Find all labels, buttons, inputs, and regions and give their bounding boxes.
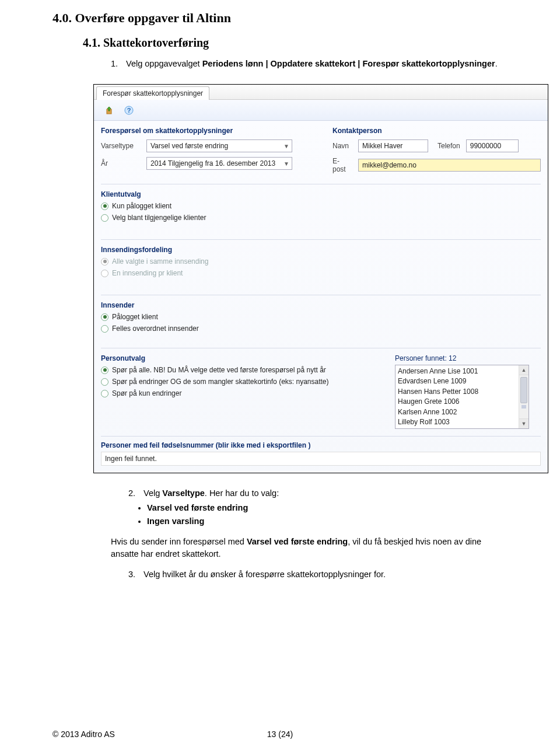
list-item[interactable]: Haugen Grete 1006	[398, 397, 526, 407]
radio-en-innsending: En innsending pr klient	[101, 269, 541, 277]
scroll-thumb[interactable]	[520, 377, 527, 403]
footer-copyright: © 2013 Aditro AS	[52, 729, 158, 739]
label-aar: År	[101, 159, 146, 167]
persons-found: Personer funnet: 12 Andersen Anne Lise 1…	[395, 354, 541, 429]
para-bold: Varsel ved første endring	[247, 537, 348, 546]
step-2-number: 2.	[128, 487, 141, 500]
step-1: 1. Velg oppgavevalget Periodens lønn | O…	[111, 58, 508, 70]
step-1-bold: Periodens lønn | Oppdatere skattekort | …	[202, 59, 495, 68]
heading-2: 4.1. Skattekortoverføring	[83, 36, 508, 50]
heading-1: 4.0. Overføre oppgaver til Altinn	[52, 11, 508, 26]
radio-label: Kun pålogget klient	[112, 202, 172, 210]
radio-label: Spør på alle. NB! Du MÅ velge dette ved …	[112, 366, 326, 374]
scroll-mark	[522, 405, 526, 409]
radio-spor-kun-endringer[interactable]: Spør på kun endringer	[101, 389, 377, 397]
label-navn: Navn	[332, 142, 358, 150]
radio-spor-endringer-og[interactable]: Spør på endringer OG de som mangler skat…	[101, 378, 377, 386]
para-pre: Hvis du sender inn forespørsel med	[111, 537, 247, 546]
radio-spor-alle[interactable]: Spør på alle. NB! Du MÅ velge dette ved …	[101, 366, 377, 374]
bullet-ingen-varsling: Ingen varsling	[147, 515, 508, 528]
radio-palogget-klient[interactable]: Pålogget klient	[101, 313, 541, 321]
radio-icon	[101, 366, 108, 374]
group-title-innsender: Innsender	[101, 301, 541, 309]
radio-alle-valgte: Alle valgte i samme innsending	[101, 257, 541, 266]
scroll-down-icon[interactable]: ▼	[519, 418, 528, 428]
help-icon[interactable]: ?	[124, 106, 134, 115]
list-item[interactable]: Hansen Hans Petter 1008	[398, 387, 526, 397]
right-column: Kontaktperson Navn Mikkel Haver Telefon …	[332, 127, 541, 178]
radio-icon	[101, 270, 108, 277]
radio-icon	[101, 378, 108, 386]
radio-label: Pålogget klient	[112, 313, 158, 321]
select-aar-value: 2014 Tilgjengelig fra 16. desember 2013	[150, 159, 275, 167]
toolbar: ?	[94, 100, 548, 121]
group-klientutvalg: Klientutvalg Kun pålogget klient Velg bl…	[101, 184, 541, 222]
section-title-kontakt: Kontaktperson	[332, 127, 541, 135]
errors-section: Personer med feil fødselsnummer (blir ik…	[101, 436, 541, 466]
step-1-post: .	[495, 59, 498, 68]
radio-label: Spør på kun endringer	[112, 389, 181, 397]
step-1-pre: Velg oppgavevalget	[126, 59, 202, 68]
svg-text:?: ?	[127, 107, 131, 114]
radio-icon	[101, 313, 108, 321]
persons-found-title: Personer funnet: 12	[395, 354, 541, 362]
step-2-bullets: Varsel ved første endring Ingen varsling	[147, 502, 508, 528]
group-title-innsendingsfordeling: Innsendingsfordeling	[101, 246, 541, 254]
label-telefon: Telefon	[428, 142, 466, 150]
app-screenshot: Forespør skattekortopplysninger ? Foresp…	[93, 84, 548, 473]
radio-felles-innsender[interactable]: Felles overordnet innsender	[101, 324, 541, 333]
left-column: Forespørsel om skattekortopplysninger Va…	[101, 127, 309, 178]
group-innsendingsfordeling: Innsendingsfordeling Alle valgte i samme…	[101, 239, 541, 277]
step-3-text: Velg hvilket år du ønsker å forespørre s…	[144, 570, 386, 579]
list-item[interactable]: Karlsen Anne 1002	[398, 407, 526, 417]
label-epost: E-post	[332, 157, 358, 173]
step-2-pre: Velg	[144, 488, 162, 498]
radio-icon	[101, 258, 108, 266]
input-navn[interactable]: Mikkel Haver	[358, 139, 428, 152]
radio-label: En innsending pr klient	[112, 269, 183, 277]
radio-label: Alle valgte i samme innsending	[112, 257, 208, 266]
bullet-varsel-forste: Varsel ved første endring	[147, 502, 508, 514]
info-paragraph: Hvis du sender inn forespørsel med Varse…	[111, 536, 508, 560]
radio-label: Felles overordnet innsender	[112, 324, 199, 333]
step-3: 3. Velg hvilket år du ønsker å forespørr…	[128, 568, 508, 581]
scroll-up-icon[interactable]: ▲	[519, 365, 528, 375]
radio-icon	[101, 390, 108, 397]
select-varseltype[interactable]: Varsel ved første endring ▼	[146, 139, 292, 152]
step-2-bold: Varseltype	[162, 488, 205, 498]
errors-body: Ingen feil funnet.	[101, 452, 541, 466]
select-varseltype-value: Varsel ved første endring	[150, 142, 228, 150]
scrollbar[interactable]: ▲ ▼	[519, 365, 528, 428]
section-title-foresporsel: Forespørsel om skattekortopplysninger	[101, 127, 309, 135]
chevron-down-icon: ▼	[284, 143, 289, 149]
radio-kun-palogget[interactable]: Kun pålogget klient	[101, 202, 541, 210]
radio-label: Spør på endringer OG de som mangler skat…	[112, 378, 329, 386]
tab-foresporsel[interactable]: Forespør skattekortopplysninger	[96, 86, 209, 100]
group-personutvalg: Personutvalg Spør på alle. NB! Du MÅ vel…	[101, 354, 377, 429]
step-2-mid: . Her har du to valg:	[205, 488, 279, 498]
radio-icon	[101, 325, 108, 333]
select-aar[interactable]: 2014 Tilgjengelig fra 16. desember 2013 …	[146, 157, 292, 170]
group-innsender: Innsender Pålogget klient Felles overord…	[101, 295, 541, 333]
input-epost[interactable]: mikkel@demo.no	[358, 159, 541, 172]
radio-icon	[101, 203, 108, 210]
persons-listbox[interactable]: Andersen Anne Lise 1001 Edvardsen Lene 1…	[395, 365, 529, 429]
label-varseltype: Varseltype	[101, 142, 146, 150]
step-3-number: 3.	[128, 568, 141, 581]
page-footer: © 2013 Aditro AS 13 (24)	[52, 729, 508, 739]
radio-velg-blant[interactable]: Velg blant tilgjengelige klienter	[101, 214, 541, 222]
group-title-personutvalg: Personutvalg	[101, 354, 377, 362]
radio-icon	[101, 214, 108, 222]
input-telefon[interactable]: 99000000	[466, 139, 519, 152]
list-item[interactable]: Andersen Anne Lise 1001	[398, 366, 526, 376]
tab-bar: Forespør skattekortopplysninger	[94, 85, 548, 100]
list-item[interactable]: Edvardsen Lene 1009	[398, 376, 526, 386]
list-item[interactable]: Lilleby Rolf 1003	[398, 417, 526, 427]
step-2: 2. Velg Varseltype. Her har du to valg:	[128, 487, 508, 500]
footer-page: 13 (24)	[158, 729, 402, 739]
step-1-number: 1.	[111, 58, 124, 70]
export-icon[interactable]	[104, 106, 114, 115]
chevron-down-icon: ▼	[284, 160, 289, 167]
errors-title: Personer med feil fødselsnummer (blir ik…	[101, 441, 541, 449]
group-personutvalg-row: Personutvalg Spør på alle. NB! Du MÅ vel…	[101, 348, 541, 429]
